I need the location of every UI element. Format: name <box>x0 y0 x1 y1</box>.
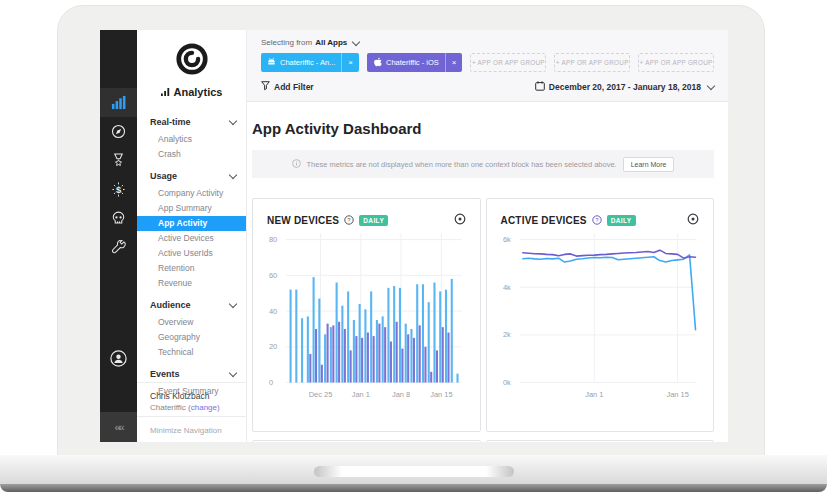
active-devices-title: ACTIVE DEVICES <box>501 215 587 226</box>
sidebar-item-active-userids[interactable]: Active UserIds <box>137 246 246 261</box>
nav-section-audience[interactable]: Audience <box>150 295 246 315</box>
add-app-slot-button[interactable]: + APP OR APP GROUP <box>554 53 630 72</box>
award-icon[interactable] <box>100 146 137 175</box>
svg-text:40: 40 <box>269 307 277 316</box>
notice-text: These metrics are not displayed when mor… <box>307 160 617 169</box>
chart-settings-icon[interactable] <box>454 211 466 229</box>
svg-text:Jan 1: Jan 1 <box>585 390 603 399</box>
daily-badge: DAILY <box>607 215 636 226</box>
svg-text:Jan 8: Jan 8 <box>392 390 410 399</box>
nav-section-events[interactable]: Events <box>150 364 246 384</box>
app-chip-chateriffic-ios[interactable]: Chateriffic - iOS× <box>367 53 462 72</box>
minimize-navigation-label[interactable]: Minimize Navigation <box>137 416 247 435</box>
wrench-icon[interactable] <box>100 233 137 262</box>
sidebar-nav: Real-timeAnalyticsCrashUsageCompany Acti… <box>137 98 246 399</box>
nav-section-real-time[interactable]: Real-time <box>150 112 246 132</box>
sidebar-item-technical[interactable]: Technical <box>137 345 246 360</box>
user-avatar-icon[interactable] <box>100 350 137 367</box>
svg-text:6k: 6k <box>502 235 510 244</box>
chart-cards-row: NEW DEVICES ? DAILY <box>252 198 714 432</box>
user-name: Chris Klotzbach <box>150 391 247 401</box>
svg-text:$: $ <box>116 185 122 195</box>
date-range-picker[interactable]: December 20, 2017 - January 18, 2018 <box>535 81 714 93</box>
monetization-icon[interactable]: $ <box>100 175 137 204</box>
add-app-slot-button[interactable]: + APP OR APP GROUP <box>470 53 546 72</box>
add-app-slot-button[interactable]: + APP OR APP GROUP <box>638 53 714 72</box>
rail-icon-list: $ <box>100 88 137 262</box>
chevron-down-icon <box>707 82 715 90</box>
sidebar-item-app-activity[interactable]: App Activity <box>137 216 246 231</box>
page-title: App Activity Dashboard <box>252 120 714 137</box>
page-background: $ «« <box>0 0 827 492</box>
app-chip-label: Chateriffic - iOS <box>386 58 439 67</box>
new-devices-chart: 020406080Dec 25Jan 1Jan 8Jan 15 <box>267 229 466 419</box>
close-icon[interactable]: × <box>445 53 463 72</box>
sidebar-item-crash[interactable]: Crash <box>137 147 246 162</box>
change-company-link[interactable]: (change) <box>188 403 220 412</box>
svg-text:80: 80 <box>269 235 277 244</box>
add-filter-label: Add Filter <box>274 82 314 92</box>
add-filter-button[interactable]: Add Filter <box>261 81 314 93</box>
sidebar: Analytics Real-timeAnalyticsCrashUsageCo… <box>137 30 247 442</box>
notice-bar: These metrics are not displayed when mor… <box>252 150 714 178</box>
sidebar-user-block: Chris Klotzbach Chateriffic (change) <box>137 382 247 412</box>
double-chevron-left-icon: «« <box>114 421 122 433</box>
user-company: Chateriffic <box>150 403 186 412</box>
chart-settings-icon[interactable] <box>687 211 699 229</box>
laptop-base <box>0 455 827 484</box>
svg-text:?: ? <box>348 217 352 223</box>
help-icon[interactable]: ? <box>344 211 354 229</box>
flurry-logo-icon <box>175 62 209 79</box>
date-range-text: December 20, 2017 - January 18, 2018 <box>549 82 701 92</box>
context-topbar: Selecting from All Apps Chateriffic - An… <box>247 30 728 102</box>
laptop-screen: $ «« <box>100 30 728 442</box>
sidebar-item-revenue[interactable]: Revenue <box>137 276 246 291</box>
close-icon[interactable]: × <box>341 53 359 72</box>
dashboard-content: App Activity Dashboard These metrics are… <box>247 102 728 442</box>
new-devices-title: NEW DEVICES <box>267 215 339 226</box>
android-icon <box>267 57 276 68</box>
sidebar-item-active-devices[interactable]: Active Devices <box>137 231 246 246</box>
svg-text:?: ? <box>595 217 599 223</box>
help-icon[interactable]: ? <box>592 211 602 229</box>
brand: Analytics <box>137 30 246 98</box>
next-cards-row <box>252 440 714 442</box>
active-devices-card: ACTIVE DEVICES ? DAILY <box>486 198 715 432</box>
selecting-from-label: Selecting from <box>261 38 312 47</box>
app-chip-chateriffic-an[interactable]: Chateriffic - An...× <box>261 53 359 72</box>
svg-text:4k: 4k <box>502 283 510 292</box>
sidebar-item-company-activity[interactable]: Company Activity <box>137 186 246 201</box>
chevron-down-icon <box>352 37 360 45</box>
svg-text:Jan 15: Jan 15 <box>430 390 452 399</box>
laptop-base-notch <box>314 466 514 477</box>
compass-icon[interactable] <box>100 117 137 146</box>
sidebar-item-analytics[interactable]: Analytics <box>137 132 246 147</box>
learn-more-button[interactable]: Learn More <box>623 157 675 172</box>
chart-card-stub <box>252 440 481 442</box>
sidebar-item-retention[interactable]: Retention <box>137 261 246 276</box>
icon-rail: $ «« <box>100 30 137 442</box>
minimize-navigation-icon[interactable]: «« <box>100 412 137 442</box>
chevron-down-icon <box>229 300 237 308</box>
all-apps-selector[interactable]: All Apps <box>315 38 347 47</box>
app-chip-label: Chateriffic - An... <box>280 58 335 67</box>
sidebar-item-app-summary[interactable]: App Summary <box>137 201 246 216</box>
info-icon <box>292 159 301 170</box>
svg-text:Dec 25: Dec 25 <box>309 390 333 399</box>
svg-text:60: 60 <box>269 271 277 280</box>
nav-section-usage[interactable]: Usage <box>150 166 246 186</box>
svg-text:0: 0 <box>269 378 273 387</box>
main-area: Selecting from All Apps Chateriffic - An… <box>247 30 728 442</box>
daily-badge: DAILY <box>359 215 388 226</box>
bars-icon <box>161 86 170 98</box>
laptop-base-edge <box>0 484 827 492</box>
svg-text:Jan 15: Jan 15 <box>666 390 688 399</box>
funnel-icon <box>261 81 270 93</box>
app-name: Analytics <box>174 86 223 98</box>
svg-text:2k: 2k <box>502 330 510 339</box>
bar-chart-icon[interactable] <box>100 88 137 117</box>
sidebar-item-geography[interactable]: Geography <box>137 330 246 345</box>
skull-icon[interactable] <box>100 204 137 233</box>
svg-text:0k: 0k <box>502 378 510 387</box>
sidebar-item-overview[interactable]: Overview <box>137 315 246 330</box>
